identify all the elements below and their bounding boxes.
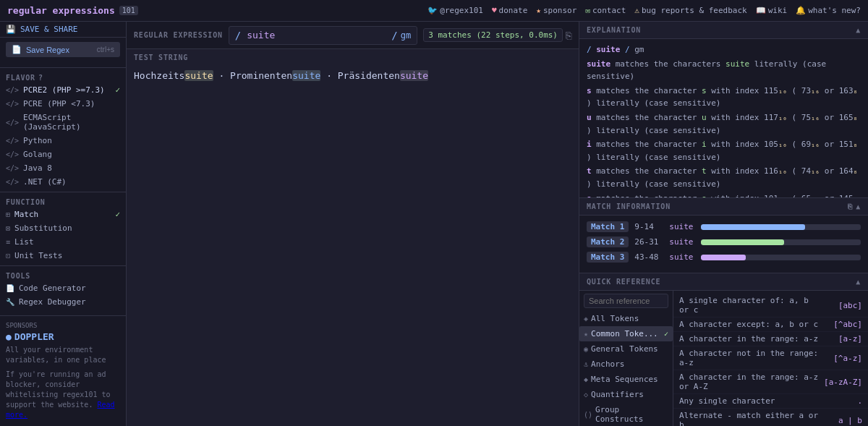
code-icon-ecma: </> [6, 119, 19, 127]
flavor-golang[interactable]: </> Golang [0, 148, 126, 161]
flavor-java[interactable]: </> Java 8 [0, 161, 126, 175]
tool-regex-debugger[interactable]: 🔧 Regex Debugger [0, 295, 126, 309]
match-2-badge[interactable]: Match 2 [587, 237, 629, 247]
debugger-icon: 🔧 [6, 298, 14, 306]
qr-cat-meta[interactable]: ◆ Meta Sequences [579, 372, 673, 387]
qr-code-0: [abc] [819, 301, 862, 310]
match-copy-icon[interactable]: ⎘ [848, 203, 853, 210]
flavor-pcre2-check: ✓ [115, 85, 120, 95]
qr-cat-common[interactable]: ★ Common Toke... ✓ [579, 326, 673, 341]
test-string-mid2: · Präsidenten [320, 70, 400, 81]
save-regex-icon: 📄 [12, 45, 22, 54]
flavor-ecma-label: ECMAScript (JavaScript) [23, 113, 120, 132]
qr-entry-6[interactable]: Alternate - match either a or b a | b [673, 409, 868, 426]
tool-code-generator[interactable]: 📄 Code Generator [0, 281, 126, 295]
contact-link[interactable]: ✉ contact [585, 6, 626, 15]
regex-bar-label: REGULAR EXPRESSION [134, 31, 223, 39]
list-icon: ≡ [6, 238, 10, 246]
qr-desc-0: A single character of: a, b or c [679, 296, 819, 315]
save-regex-section: 📄 Save Regex ctrl+s [0, 38, 126, 64]
qr-entry-0[interactable]: A single character of: a, b or c [abc] [673, 294, 868, 318]
qr-cat-groups[interactable]: () Group Constructs [579, 402, 673, 426]
save-share-button[interactable]: 💾 SAVE & SHARE [0, 22, 126, 38]
qr-desc-3: A character not in the range: a-z [679, 349, 819, 367]
save-share-label: SAVE & SHARE [20, 25, 77, 34]
test-string-mid1: · Prominenten [213, 70, 293, 81]
exp-line-t: t matches the character t with index 116… [587, 165, 861, 190]
match-1-badge[interactable]: Match 1 [587, 221, 629, 232]
match-3-word: suite [669, 252, 695, 262]
divider-2 [0, 192, 126, 192]
quick-ref-collapse-icon[interactable]: ▲ [856, 278, 861, 286]
qr-entry-4[interactable]: A character in the range: a-z or A-Z [a-… [673, 370, 868, 394]
qr-entry-5[interactable]: Any single character . [673, 394, 868, 409]
match-info-collapse-icon[interactable]: ▲ [856, 203, 861, 210]
function-match[interactable]: ⊞ Match ✓ [0, 208, 126, 221]
qr-cat-anchors[interactable]: ⚓ Anchors [579, 357, 673, 372]
flavor-pcre[interactable]: </> PCRE (PHP <7.3) [0, 97, 126, 111]
regex-open-delimiter: / [235, 30, 241, 41]
quick-ref-label: QUICK REFERENCE [587, 278, 660, 286]
regex-content[interactable]: suite [244, 30, 391, 41]
qr-cat-general[interactable]: ◉ General Tokens [579, 341, 673, 357]
new-icon: 🔔 [796, 6, 806, 15]
bug-link[interactable]: ⚠ bug reports & feedback [634, 6, 746, 15]
match-info-content: Match 1 9-14 suite Match 2 26-31 suite M… [579, 216, 868, 273]
function-substitution-label: Substitution [14, 223, 72, 233]
twitter-link[interactable]: 🐦 @regex101 [427, 6, 483, 15]
right-panel: EXPLANATION ▲ / suite / gm suite matches… [579, 22, 868, 426]
qr-list: ◈ All Tokens ★ Common Toke... ✓ ◉ Genera… [579, 311, 673, 426]
qr-cat-quantifiers[interactable]: ◇ Quantifiers [579, 387, 673, 402]
whats-new-label: what's new? [808, 6, 861, 15]
function-list[interactable]: ≡ List [0, 235, 126, 249]
save-regex-button[interactable]: 📄 Save Regex ctrl+s [6, 42, 120, 57]
flavor-dotnet[interactable]: </> .NET (C#) [0, 175, 126, 189]
qr-desc-1: A character except: a, b or c [679, 320, 819, 329]
match-3-badge[interactable]: Match 3 [587, 252, 629, 263]
explanation-header[interactable]: EXPLANATION ▲ [579, 22, 868, 39]
match-info-header[interactable]: MATCH INFORMATION ⎘ ▲ [579, 198, 868, 216]
exp-line-u: u matches the character u with index 117… [587, 111, 861, 137]
qr-entry-1[interactable]: A character except: a, b or c [^abc] [673, 318, 868, 332]
qr-cat-quantifiers-label: Quantifiers [591, 390, 644, 399]
flavor-ecma[interactable]: </> ECMAScript (JavaScript) [0, 111, 126, 134]
sponsor-ad-text: If you're running an ad blocker, conside… [6, 370, 120, 420]
qr-cat-all-tokens[interactable]: ◈ All Tokens [579, 311, 673, 326]
match-2-word: suite [669, 237, 695, 247]
match-2-bar-wrap [701, 239, 861, 245]
flavor-python[interactable]: </> Python [0, 134, 126, 148]
qr-code-6: a | b [819, 416, 862, 425]
substitution-icon: ⊠ [6, 224, 10, 232]
qr-entry-2[interactable]: A character in the range: a-z [a-z] [673, 332, 868, 346]
qr-code-4: [a-zA-Z] [819, 378, 862, 387]
save-regex-shortcut: ctrl+s [97, 46, 114, 54]
explanation-collapse-icon[interactable]: ▲ [856, 26, 861, 34]
qr-cat-general-label: General Tokens [591, 344, 658, 354]
function-unit-tests[interactable]: ⊡ Unit Tests [0, 249, 126, 263]
sponsor-logo[interactable]: ● DOPPLER [6, 331, 120, 342]
flavor-pcre2[interactable]: </> PCRE2 (PHP >=7.3) ✓ [0, 83, 126, 97]
contact-label: contact [592, 6, 626, 15]
qr-entry-3[interactable]: A character not in the range: a-z [^a-z] [673, 346, 868, 370]
donate-link[interactable]: ♥ donate [492, 6, 527, 15]
sponsor-link[interactable]: ★ sponsor [536, 6, 576, 15]
quick-ref-header[interactable]: QUICK REFERENCE ▲ [579, 273, 868, 291]
donate-icon: ♥ [492, 6, 497, 15]
match-row-2: Match 2 26-31 suite [587, 237, 861, 247]
qr-cat-groups-label: Group Constructs [595, 405, 668, 424]
main-layout: 💾 SAVE & SHARE 📄 Save Regex ctrl+s FLAVO… [0, 22, 868, 426]
copy-icon[interactable]: ⎘ [566, 30, 571, 41]
whats-new-link[interactable]: 🔔 what's new? [796, 6, 861, 15]
test-string-area[interactable]: Hochzeitssuite · Prominentensuite · Präs… [127, 64, 579, 426]
function-unit-tests-label: Unit Tests [14, 251, 62, 260]
flavor-help-icon[interactable]: ? [38, 74, 43, 82]
function-substitution[interactable]: ⊠ Substitution [0, 221, 126, 235]
wiki-link[interactable]: 📖 wiki [756, 6, 788, 15]
qr-search-input[interactable] [584, 294, 668, 308]
flavor-list: </> PCRE2 (PHP >=7.3) ✓ </> PCRE (PHP <7… [0, 83, 126, 189]
code-icon-golang: </> [6, 150, 19, 158]
doppler-icon: ● [6, 331, 12, 342]
sponsor-area: SPONSORS ● DOPPLER All your environment … [0, 315, 126, 426]
divider-1 [0, 67, 126, 68]
top-navigation: regular expressions 101 🐦 @regex101 ♥ do… [0, 0, 868, 22]
